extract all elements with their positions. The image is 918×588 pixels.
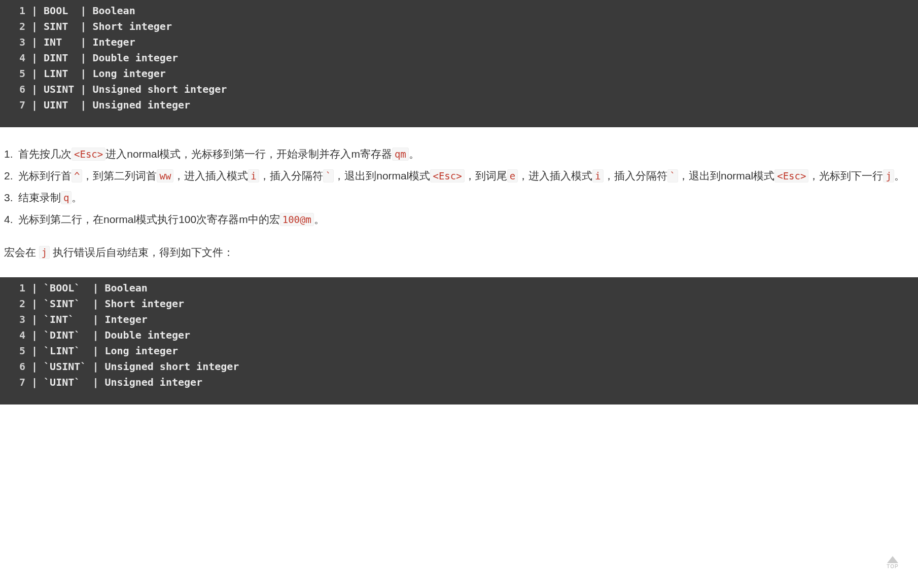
key-code: j xyxy=(883,169,894,182)
line-number: 7 xyxy=(0,97,31,113)
key-code: i xyxy=(248,169,259,182)
code-text: | INT | Integer xyxy=(31,34,918,50)
code-text: | `BOOL` | Boolean xyxy=(31,280,918,296)
code-line: 7| `UINT` | Unsigned integer xyxy=(0,375,918,390)
line-number: 6 xyxy=(0,82,31,97)
code-line: 4| `DINT` | Double integer xyxy=(0,327,918,343)
text-run: ，光标到下一行 xyxy=(808,170,883,181)
text-run: ，退出到normal模式 xyxy=(334,170,430,181)
line-number: 7 xyxy=(0,375,31,390)
key-code: e xyxy=(507,169,518,182)
key-code: <Esc> xyxy=(774,169,808,182)
code-text: | `INT` | Integer xyxy=(31,312,918,327)
key-code: ^ xyxy=(72,169,82,182)
key-code: i xyxy=(592,169,603,182)
code-line: 3| INT | Integer xyxy=(0,34,918,50)
code-text: | USINT | Unsigned short integer xyxy=(31,82,918,97)
line-number: 4 xyxy=(0,50,31,66)
code-line: 6| USINT | Unsigned short integer xyxy=(0,82,918,97)
key-code: q xyxy=(61,191,72,204)
line-number: 2 xyxy=(0,19,31,34)
code-text: | DINT | Double integer xyxy=(31,50,918,66)
line-number: 3 xyxy=(0,312,31,327)
line-number: 6 xyxy=(0,359,31,375)
after-paragraph: 宏会在 j 执行错误后自动结束，得到如下文件： xyxy=(4,243,914,262)
code-line: 2| `SINT` | Short integer xyxy=(0,296,918,312)
text-run: ，插入分隔符 xyxy=(604,170,667,181)
key-code: ` xyxy=(323,169,334,182)
line-number: 3 xyxy=(0,34,31,50)
prose-section: 首先按几次<Esc>进入normal模式，光标移到第一行，开始录制并存入m寄存器… xyxy=(0,127,918,277)
steps-list: 首先按几次<Esc>进入normal模式，光标移到第一行，开始录制并存入m寄存器… xyxy=(4,144,914,229)
code-text: | `UINT` | Unsigned integer xyxy=(31,375,918,390)
text-run: 首先按几次 xyxy=(18,148,72,160)
code-line: 5| `LINT` | Long integer xyxy=(0,343,918,359)
line-number: 2 xyxy=(0,296,31,312)
key-code: qm xyxy=(392,148,409,161)
code-line: 4| DINT | Double integer xyxy=(0,50,918,66)
code-line: 7| UINT | Unsigned integer xyxy=(0,97,918,113)
code-text: | `USINT` | Unsigned short integer xyxy=(31,359,918,375)
key-code: 100@m xyxy=(280,213,314,226)
text-run: ，插入分隔符 xyxy=(259,170,323,181)
key-code: <Esc> xyxy=(72,148,105,161)
text-run: 光标到行首 xyxy=(18,170,72,181)
code-line: 3| `INT` | Integer xyxy=(0,312,918,327)
text-run: ，到词尾 xyxy=(465,170,507,181)
code-text: | `LINT` | Long integer xyxy=(31,343,918,359)
text-run: ，进入插入模式 xyxy=(518,170,592,181)
code-line: 5| LINT | Long integer xyxy=(0,66,918,82)
line-number: 1 xyxy=(0,280,31,296)
text-run: ，进入插入模式 xyxy=(173,170,248,181)
line-number: 1 xyxy=(0,3,31,19)
step-item: 光标到第二行，在normal模式执行100次寄存器m中的宏100@m。 xyxy=(4,210,914,230)
code-line: 2| SINT | Short integer xyxy=(0,19,918,34)
text-run: ，到第二列词首 xyxy=(82,170,157,181)
key-code: ww xyxy=(157,169,173,182)
text-run: 。 xyxy=(409,148,419,160)
code-text: | UINT | Unsigned integer xyxy=(31,97,918,113)
text-run: 执行错误后自动结束，得到如下文件： xyxy=(50,246,234,258)
key-code: <Esc> xyxy=(430,169,464,182)
key-code: j xyxy=(39,246,50,259)
line-number: 5 xyxy=(0,343,31,359)
step-item: 首先按几次<Esc>进入normal模式，光标移到第一行，开始录制并存入m寄存器… xyxy=(4,144,914,164)
code-text: | LINT | Long integer xyxy=(31,66,918,82)
line-number: 5 xyxy=(0,66,31,82)
code-text: | `SINT` | Short integer xyxy=(31,296,918,312)
text-run: 宏会在 xyxy=(4,246,39,258)
code-line: 1| BOOL | Boolean xyxy=(0,3,918,19)
code-line: 6| `USINT` | Unsigned short integer xyxy=(0,359,918,375)
line-number: 4 xyxy=(0,327,31,343)
code-text: | BOOL | Boolean xyxy=(31,3,918,19)
text-run: 光标到第二行，在normal模式执行100次寄存器m中的宏 xyxy=(18,213,280,225)
text-run: 结束录制 xyxy=(18,192,61,203)
code-block-before: 1| BOOL | Boolean2| SINT | Short integer… xyxy=(0,0,918,127)
text-run: 进入normal模式，光标移到第一行，开始录制并存入m寄存器 xyxy=(105,148,392,160)
text-run: ，退出到normal模式 xyxy=(678,170,774,181)
key-code: ` xyxy=(667,169,678,182)
text-run: 。 xyxy=(72,192,82,203)
step-item: 光标到行首^，到第二列词首ww，进入插入模式i，插入分隔符`，退出到normal… xyxy=(4,166,914,186)
step-item: 结束录制q。 xyxy=(4,188,914,208)
code-text: | SINT | Short integer xyxy=(31,19,918,34)
code-block-after: 1| `BOOL` | Boolean2| `SINT` | Short int… xyxy=(0,277,918,405)
code-text: | `DINT` | Double integer xyxy=(31,327,918,343)
text-run: 。 xyxy=(894,170,905,181)
text-run: 。 xyxy=(314,213,325,225)
code-line: 1| `BOOL` | Boolean xyxy=(0,280,918,296)
